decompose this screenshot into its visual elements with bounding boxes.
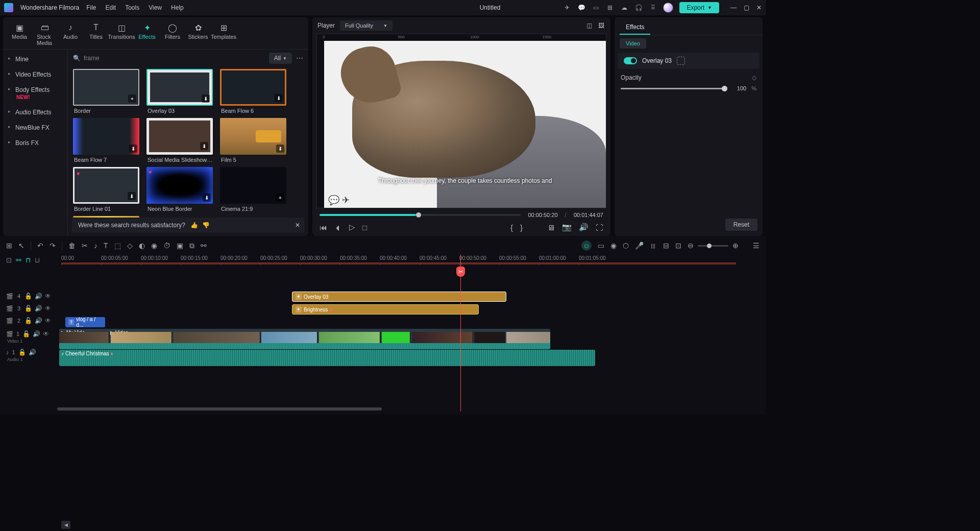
undo-button[interactable]: ↶: [37, 242, 43, 250]
mute-icon[interactable]: 🔊: [35, 317, 42, 324]
close-button[interactable]: ✕: [756, 4, 762, 11]
effect-item-overlay03[interactable]: ⬇ Overlay 03: [146, 69, 214, 114]
audio-edit-icon[interactable]: ♪: [94, 242, 97, 250]
cat-newblue[interactable]: NewBlue FX: [3, 120, 67, 135]
add-icon[interactable]: +: [276, 194, 284, 202]
smart-tool-icon[interactable]: ☺: [581, 240, 592, 251]
magnet2-icon[interactable]: ⊔: [35, 256, 40, 264]
menu-file[interactable]: File: [86, 4, 96, 11]
clip-overlay03[interactable]: ✦Overlay 03: [292, 292, 506, 302]
tab-transitions[interactable]: ◫Transitions: [109, 20, 134, 48]
cat-audio-effects[interactable]: Audio Effects: [3, 105, 67, 120]
video-subtab[interactable]: Video: [620, 38, 646, 49]
lock-icon[interactable]: 🔓: [18, 349, 26, 356]
image-view-icon[interactable]: 🖼: [597, 21, 605, 30]
prev-frame-button[interactable]: ⏮: [320, 223, 327, 232]
opacity-value[interactable]: 100: [730, 85, 746, 91]
speed-icon[interactable]: ⏱: [163, 242, 170, 250]
cat-video-effects[interactable]: Video Effects: [3, 67, 67, 82]
minimize-button[interactable]: —: [730, 4, 737, 11]
download-icon[interactable]: ⬇: [203, 194, 211, 202]
effect-enable-toggle[interactable]: [624, 57, 637, 64]
search-input[interactable]: 🔍frame: [73, 53, 265, 64]
magnet-icon[interactable]: ⊓: [26, 256, 31, 264]
cat-mine[interactable]: Mine: [3, 52, 67, 67]
effect-item-borderline01[interactable]: ♥⬇ Border Line 01: [73, 167, 140, 212]
download-icon[interactable]: ⬇: [276, 144, 284, 153]
play-button[interactable]: ▷: [349, 223, 355, 232]
tab-stock-media[interactable]: 🗃Stock Media: [33, 20, 57, 48]
redo-button[interactable]: ↷: [50, 242, 56, 250]
headset-icon[interactable]: 🎧: [634, 4, 643, 12]
fit-icon[interactable]: ⊡: [675, 242, 681, 250]
snapshot-button[interactable]: 📷: [562, 223, 572, 232]
menu-help[interactable]: Help: [171, 4, 184, 11]
tab-titles[interactable]: TTitles: [84, 20, 108, 48]
effect-item-beamflow7[interactable]: ⬇ Beam Flow 7: [73, 118, 140, 163]
record-icon[interactable]: ◉: [610, 242, 617, 250]
mask-icon[interactable]: ◐: [139, 242, 145, 250]
crop-button[interactable]: ⬚: [114, 242, 121, 250]
effect-item-border[interactable]: + Border: [73, 69, 140, 114]
effect-item-social-slideshow[interactable]: ⬇ Social Media Slideshow Ove...: [146, 118, 214, 163]
pointer-icon[interactable]: ↖: [18, 242, 24, 250]
apps-icon[interactable]: ⠿: [649, 4, 657, 12]
send-icon[interactable]: ✈: [563, 4, 571, 12]
stop-button[interactable]: □: [362, 223, 367, 232]
cat-boris[interactable]: Boris FX: [3, 135, 67, 151]
library-icon[interactable]: ⊞: [606, 4, 614, 12]
tab-stickers[interactable]: ✿Stickers: [186, 20, 210, 48]
message-icon[interactable]: 💬: [577, 4, 585, 12]
lock-icon[interactable]: 🔓: [24, 305, 32, 312]
filter-all-button[interactable]: All▼: [269, 53, 292, 64]
cloud-icon[interactable]: ☁: [620, 4, 628, 12]
timeline-tracks[interactable]: 00:00 00:00:05:00 00:00:10:00 00:00:15:0…: [57, 254, 763, 412]
volume-button[interactable]: 🔊: [579, 223, 589, 232]
render-icon[interactable]: ▭: [598, 242, 604, 250]
lock-icon[interactable]: 🔓: [24, 293, 32, 300]
adjust-icon[interactable]: ⊟: [663, 242, 669, 250]
tab-effects[interactable]: ✦Effects: [135, 20, 159, 48]
playback-progress[interactable]: [320, 214, 521, 216]
mixer-icon[interactable]: ⫼: [650, 242, 657, 250]
add-icon[interactable]: +: [128, 94, 136, 103]
keyframe-diamond-icon[interactable]: ◇: [752, 74, 756, 81]
tab-templates[interactable]: ⊞Templates: [211, 20, 236, 48]
fullscreen-button[interactable]: ⛶: [596, 223, 603, 232]
time-ruler[interactable]: 00:00 00:00:05:00 00:00:10:00 00:00:15:0…: [57, 254, 763, 266]
download-icon[interactable]: ⬇: [202, 94, 210, 103]
visibility-icon[interactable]: 👁: [45, 305, 51, 312]
clip-main-video[interactable]: ▶My Vide... ▶Video: [59, 329, 550, 349]
track-head-2[interactable]: 🎬2🔓🔊👁: [3, 315, 57, 327]
more-options-button[interactable]: ⋯: [296, 54, 303, 62]
download-icon[interactable]: ⬇: [129, 144, 137, 153]
menu-edit[interactable]: Edit: [106, 4, 116, 11]
menu-tools[interactable]: Tools: [125, 4, 139, 11]
effect-reset-icon[interactable]: [677, 57, 685, 65]
track-head-4[interactable]: 🎬4🔓🔊👁: [3, 290, 57, 302]
track-head-1[interactable]: 🎬1🔓🔊👁 Video 1: [3, 327, 57, 347]
compare-view-icon[interactable]: ◫: [585, 21, 593, 30]
delete-button[interactable]: 🗑: [68, 242, 76, 250]
effects-tab[interactable]: Effects: [620, 20, 650, 35]
thumbs-down-button[interactable]: 👎: [202, 222, 210, 229]
reset-button[interactable]: Reset: [725, 219, 757, 231]
group-icon[interactable]: ⧉: [189, 242, 194, 250]
maximize-button[interactable]: ▢: [744, 4, 749, 11]
thumbs-up-button[interactable]: 👍: [190, 222, 198, 229]
mute-icon[interactable]: 🔊: [35, 305, 42, 312]
download-icon[interactable]: ⬇: [128, 192, 136, 200]
lock-icon[interactable]: 🔓: [24, 317, 32, 324]
effect-item-film5[interactable]: ⬇ Film 5: [220, 118, 287, 163]
screen-icon[interactable]: 🖥: [547, 223, 555, 232]
visibility-icon[interactable]: 👁: [43, 330, 49, 337]
effect-item-cinema219[interactable]: + Cinema 21:9: [220, 167, 287, 212]
quality-selector[interactable]: Full Quality▼: [340, 20, 393, 31]
list-view-icon[interactable]: ☰: [753, 242, 760, 250]
split-button[interactable]: ✂: [82, 242, 88, 250]
shape-icon[interactable]: ◇: [127, 242, 133, 250]
user-avatar[interactable]: [663, 3, 673, 13]
clip-brightness[interactable]: ✦Brightness♦: [292, 304, 479, 315]
grid-icon[interactable]: ⊞: [6, 242, 12, 250]
in-out-range[interactable]: [61, 262, 736, 264]
